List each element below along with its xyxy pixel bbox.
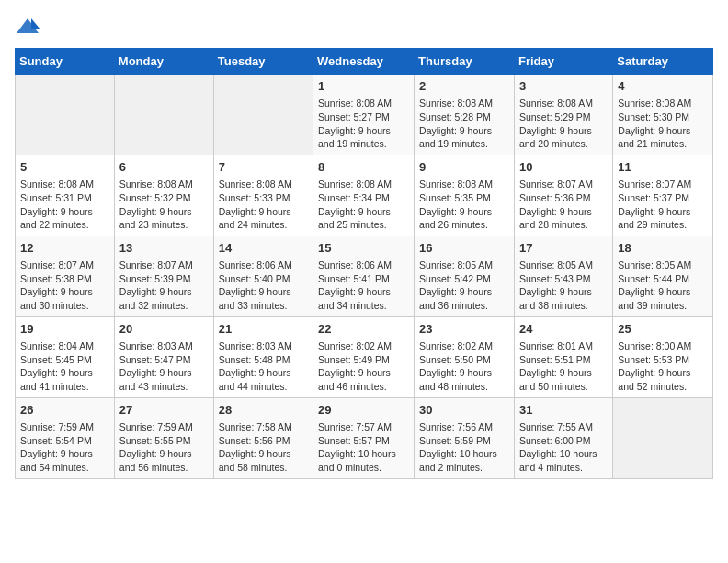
- calendar-cell: 10Sunrise: 8:07 AMSunset: 5:36 PMDayligh…: [514, 155, 612, 236]
- calendar-cell: 13Sunrise: 8:07 AMSunset: 5:39 PMDayligh…: [114, 236, 213, 316]
- cell-content: Sunrise: 8:08 AMSunset: 5:32 PMDaylight:…: [119, 178, 209, 232]
- day-number: 6: [119, 159, 209, 176]
- calendar-cell: 19Sunrise: 8:04 AMSunset: 5:45 PMDayligh…: [16, 316, 115, 397]
- weekday-header: Wednesday: [313, 49, 415, 75]
- calendar-cell: 17Sunrise: 8:05 AMSunset: 5:43 PMDayligh…: [514, 236, 612, 316]
- cell-content: Sunrise: 7:57 AMSunset: 5:57 PMDaylight:…: [318, 420, 409, 475]
- cell-content: Sunrise: 8:08 AMSunset: 5:33 PMDaylight:…: [219, 178, 308, 232]
- day-number: 17: [519, 240, 608, 257]
- cell-content: Sunrise: 8:07 AMSunset: 5:36 PMDaylight:…: [519, 178, 608, 232]
- calendar-cell: [213, 75, 313, 155]
- day-number: 7: [219, 159, 308, 176]
- calendar-cell: 18Sunrise: 8:05 AMSunset: 5:44 PMDayligh…: [613, 236, 713, 316]
- day-number: 21: [219, 321, 308, 338]
- cell-content: Sunrise: 7:58 AMSunset: 5:56 PMDaylight:…: [219, 420, 308, 475]
- cell-content: Sunrise: 8:08 AMSunset: 5:28 PMDaylight:…: [419, 97, 509, 151]
- svg-marker-2: [31, 18, 40, 29]
- calendar-cell: 15Sunrise: 8:06 AMSunset: 5:41 PMDayligh…: [313, 236, 415, 316]
- day-number: 11: [618, 159, 708, 176]
- cell-content: Sunrise: 8:05 AMSunset: 5:42 PMDaylight:…: [419, 259, 509, 313]
- cell-content: Sunrise: 8:02 AMSunset: 5:49 PMDaylight:…: [318, 339, 409, 394]
- cell-content: Sunrise: 8:08 AMSunset: 5:29 PMDaylight:…: [519, 97, 608, 151]
- day-number: 31: [519, 402, 608, 419]
- day-number: 13: [119, 240, 209, 257]
- calendar-cell: 25Sunrise: 8:00 AMSunset: 5:53 PMDayligh…: [613, 316, 713, 397]
- day-number: 9: [419, 159, 509, 176]
- calendar-week-row: 5Sunrise: 8:08 AMSunset: 5:31 PMDaylight…: [16, 155, 713, 236]
- calendar-cell: 28Sunrise: 7:58 AMSunset: 5:56 PMDayligh…: [213, 397, 313, 478]
- cell-content: Sunrise: 8:02 AMSunset: 5:50 PMDaylight:…: [419, 339, 509, 394]
- day-number: 20: [119, 321, 209, 338]
- cell-content: Sunrise: 8:03 AMSunset: 5:47 PMDaylight:…: [119, 339, 209, 394]
- cell-content: Sunrise: 8:08 AMSunset: 5:27 PMDaylight:…: [318, 97, 409, 151]
- calendar-cell: 21Sunrise: 8:03 AMSunset: 5:48 PMDayligh…: [213, 316, 313, 397]
- calendar-cell: 22Sunrise: 8:02 AMSunset: 5:49 PMDayligh…: [313, 316, 415, 397]
- day-number: 26: [20, 402, 109, 419]
- day-number: 2: [419, 78, 509, 95]
- day-number: 25: [618, 321, 708, 338]
- cell-content: Sunrise: 8:06 AMSunset: 5:40 PMDaylight:…: [219, 259, 308, 313]
- logo-icon: [15, 15, 40, 40]
- calendar-week-row: 1Sunrise: 8:08 AMSunset: 5:27 PMDaylight…: [16, 75, 713, 155]
- cell-content: Sunrise: 7:59 AMSunset: 5:54 PMDaylight:…: [20, 420, 109, 475]
- cell-content: Sunrise: 8:01 AMSunset: 5:51 PMDaylight:…: [519, 339, 608, 394]
- cell-content: Sunrise: 8:08 AMSunset: 5:34 PMDaylight:…: [318, 178, 409, 232]
- calendar-cell: 16Sunrise: 8:05 AMSunset: 5:42 PMDayligh…: [415, 236, 515, 316]
- weekday-header: Monday: [114, 49, 213, 75]
- calendar-cell: 20Sunrise: 8:03 AMSunset: 5:47 PMDayligh…: [114, 316, 213, 397]
- cell-content: Sunrise: 8:05 AMSunset: 5:44 PMDaylight:…: [618, 259, 708, 313]
- cell-content: Sunrise: 8:04 AMSunset: 5:45 PMDaylight:…: [20, 339, 109, 394]
- day-number: 4: [618, 78, 708, 95]
- day-number: 15: [318, 240, 409, 257]
- cell-content: Sunrise: 8:07 AMSunset: 5:37 PMDaylight:…: [618, 178, 708, 232]
- cell-content: Sunrise: 8:06 AMSunset: 5:41 PMDaylight:…: [318, 259, 409, 313]
- calendar-cell: 29Sunrise: 7:57 AMSunset: 5:57 PMDayligh…: [313, 397, 415, 478]
- weekday-header: Friday: [514, 49, 612, 75]
- day-number: 29: [318, 402, 409, 419]
- day-number: 1: [318, 78, 409, 95]
- calendar-cell: 23Sunrise: 8:02 AMSunset: 5:50 PMDayligh…: [415, 316, 515, 397]
- day-number: 5: [20, 159, 109, 176]
- calendar-cell: 24Sunrise: 8:01 AMSunset: 5:51 PMDayligh…: [514, 316, 612, 397]
- calendar-cell: 30Sunrise: 7:56 AMSunset: 5:59 PMDayligh…: [415, 397, 515, 478]
- day-number: 8: [318, 159, 409, 176]
- day-number: 23: [419, 321, 509, 338]
- calendar-cell: [114, 75, 213, 155]
- day-number: 28: [219, 402, 308, 419]
- calendar-cell: 8Sunrise: 8:08 AMSunset: 5:34 PMDaylight…: [313, 155, 415, 236]
- day-number: 19: [20, 321, 109, 338]
- cell-content: Sunrise: 8:08 AMSunset: 5:35 PMDaylight:…: [419, 178, 509, 232]
- calendar-cell: 9Sunrise: 8:08 AMSunset: 5:35 PMDaylight…: [415, 155, 515, 236]
- cell-content: Sunrise: 7:56 AMSunset: 5:59 PMDaylight:…: [419, 420, 509, 475]
- calendar-cell: 26Sunrise: 7:59 AMSunset: 5:54 PMDayligh…: [16, 397, 115, 478]
- day-number: 30: [419, 402, 509, 419]
- weekday-header: Tuesday: [213, 49, 313, 75]
- day-number: 10: [519, 159, 608, 176]
- logo: [15, 15, 44, 40]
- calendar-cell: [16, 75, 115, 155]
- weekday-header: Saturday: [613, 49, 713, 75]
- calendar-cell: 2Sunrise: 8:08 AMSunset: 5:28 PMDaylight…: [415, 75, 515, 155]
- calendar-week-row: 26Sunrise: 7:59 AMSunset: 5:54 PMDayligh…: [16, 397, 713, 478]
- day-number: 24: [519, 321, 608, 338]
- calendar-week-row: 12Sunrise: 8:07 AMSunset: 5:38 PMDayligh…: [16, 236, 713, 316]
- calendar-week-row: 19Sunrise: 8:04 AMSunset: 5:45 PMDayligh…: [16, 316, 713, 397]
- weekday-header: Sunday: [16, 49, 115, 75]
- calendar-cell: 3Sunrise: 8:08 AMSunset: 5:29 PMDaylight…: [514, 75, 612, 155]
- page-header: [15, 15, 713, 40]
- day-number: 22: [318, 321, 409, 338]
- calendar-cell: 5Sunrise: 8:08 AMSunset: 5:31 PMDaylight…: [16, 155, 115, 236]
- cell-content: Sunrise: 8:07 AMSunset: 5:39 PMDaylight:…: [119, 259, 209, 313]
- cell-content: Sunrise: 8:08 AMSunset: 5:31 PMDaylight:…: [20, 178, 109, 232]
- day-number: 12: [20, 240, 109, 257]
- calendar-cell: [613, 397, 713, 478]
- calendar-cell: 11Sunrise: 8:07 AMSunset: 5:37 PMDayligh…: [613, 155, 713, 236]
- calendar-cell: 12Sunrise: 8:07 AMSunset: 5:38 PMDayligh…: [16, 236, 115, 316]
- calendar-cell: 7Sunrise: 8:08 AMSunset: 5:33 PMDaylight…: [213, 155, 313, 236]
- cell-content: Sunrise: 8:03 AMSunset: 5:48 PMDaylight:…: [219, 339, 308, 394]
- calendar-table: SundayMondayTuesdayWednesdayThursdayFrid…: [15, 48, 713, 479]
- day-number: 14: [219, 240, 308, 257]
- day-number: 27: [119, 402, 209, 419]
- cell-content: Sunrise: 7:55 AMSunset: 6:00 PMDaylight:…: [519, 420, 608, 475]
- calendar-cell: 31Sunrise: 7:55 AMSunset: 6:00 PMDayligh…: [514, 397, 612, 478]
